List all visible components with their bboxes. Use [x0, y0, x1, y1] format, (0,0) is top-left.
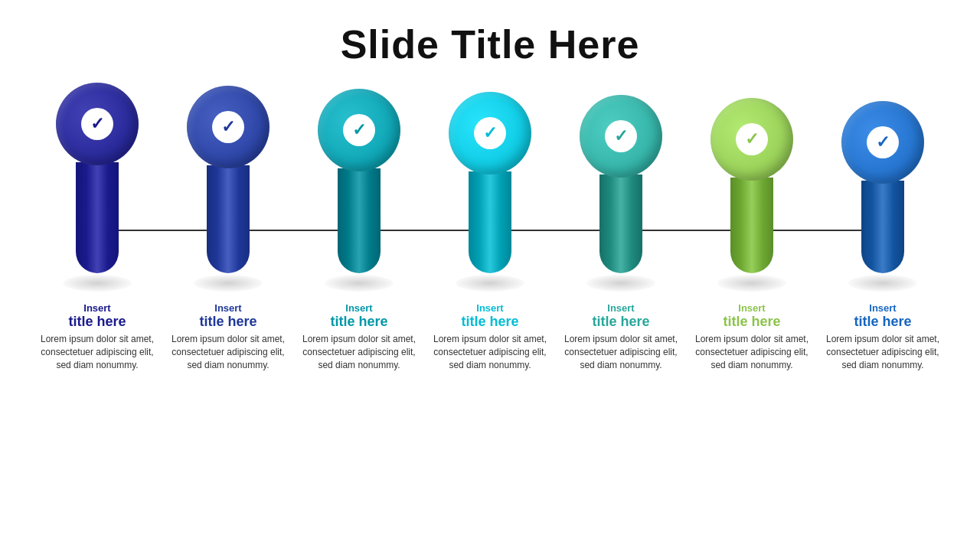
item-insert-4: Insert	[431, 302, 550, 314]
item-body-6: Lorem ipsum dolor sit amet, consectetuer…	[693, 333, 812, 371]
item-text-1: Inserttitle hereLorem ipsum dolor sit am…	[38, 302, 157, 371]
items-row: ✓Inserttitle hereLorem ipsum dolor sit a…	[0, 83, 980, 371]
item-text-3: Inserttitle hereLorem ipsum dolor sit am…	[300, 302, 419, 371]
item-text-6: Inserttitle hereLorem ipsum dolor sit am…	[693, 302, 812, 371]
pin-shadow-1	[63, 275, 132, 292]
item-body-5: Lorem ipsum dolor sit amet, consectetuer…	[562, 333, 681, 371]
item-col-5: ✓Inserttitle hereLorem ipsum dolor sit a…	[559, 95, 684, 371]
pin-circle-7: ✓	[841, 101, 924, 184]
pin-shadow-4	[456, 275, 524, 292]
item-insert-6: Insert	[693, 302, 812, 314]
pin-body-6	[730, 178, 773, 273]
item-body-4: Lorem ipsum dolor sit amet, consectetuer…	[431, 333, 550, 371]
item-text-5: Inserttitle hereLorem ipsum dolor sit am…	[562, 302, 681, 371]
item-body-3: Lorem ipsum dolor sit amet, consectetuer…	[300, 333, 419, 371]
pin-shadow-5	[586, 275, 655, 292]
pin-circle-3: ✓	[318, 89, 400, 171]
pin-circle-4: ✓	[449, 92, 531, 174]
item-text-7: Inserttitle hereLorem ipsum dolor sit am…	[824, 302, 942, 371]
check-circle-2: ✓	[212, 111, 244, 143]
pin-body-1	[76, 162, 119, 273]
check-circle-1: ✓	[81, 108, 113, 140]
item-col-7: ✓Inserttitle hereLorem ipsum dolor sit a…	[821, 101, 946, 371]
check-circle-5: ✓	[605, 120, 637, 152]
item-title-4: title here	[431, 314, 550, 330]
pin-wrapper-1: ✓	[56, 83, 139, 292]
item-body-1: Lorem ipsum dolor sit amet, consectetuer…	[38, 333, 157, 371]
item-insert-7: Insert	[824, 302, 942, 314]
item-col-6: ✓Inserttitle hereLorem ipsum dolor sit a…	[690, 98, 815, 371]
check-circle-3: ✓	[343, 114, 375, 146]
item-title-7: title here	[824, 314, 942, 330]
checkmark-icon-3: ✓	[352, 120, 366, 140]
pin-shadow-2	[194, 275, 263, 292]
item-title-6: title here	[693, 314, 812, 330]
checkmark-icon-2: ✓	[221, 117, 235, 137]
checkmark-icon-1: ✓	[90, 114, 104, 134]
item-insert-1: Insert	[38, 302, 157, 314]
pin-body-2	[207, 165, 250, 273]
slide-title: Slide Title Here	[341, 21, 640, 67]
checkmark-icon-6: ✓	[745, 129, 759, 149]
pin-wrapper-4: ✓	[449, 92, 531, 292]
pin-wrapper-7: ✓	[841, 101, 924, 292]
pin-wrapper-5: ✓	[580, 95, 662, 292]
item-title-3: title here	[300, 314, 419, 330]
pin-circle-6: ✓	[710, 98, 793, 181]
pin-wrapper-3: ✓	[318, 89, 400, 292]
pin-shadow-7	[848, 275, 917, 292]
pin-body-7	[861, 181, 904, 273]
pin-circle-2: ✓	[187, 86, 270, 168]
item-col-3: ✓Inserttitle hereLorem ipsum dolor sit a…	[297, 89, 422, 371]
item-col-2: ✓Inserttitle hereLorem ipsum dolor sit a…	[166, 86, 291, 371]
item-title-1: title here	[38, 314, 157, 330]
item-col-1: ✓Inserttitle hereLorem ipsum dolor sit a…	[35, 83, 160, 371]
item-body-7: Lorem ipsum dolor sit amet, consectetuer…	[824, 333, 942, 371]
check-circle-4: ✓	[474, 117, 506, 149]
pin-shadow-6	[717, 275, 786, 292]
pin-body-5	[599, 174, 642, 273]
pin-body-3	[338, 168, 381, 273]
pin-circle-1: ✓	[56, 83, 139, 165]
item-insert-2: Insert	[169, 302, 288, 314]
checkmark-icon-7: ✓	[876, 132, 890, 152]
item-col-4: ✓Inserttitle hereLorem ipsum dolor sit a…	[428, 92, 553, 371]
pin-body-4	[469, 171, 511, 273]
pin-circle-5: ✓	[580, 95, 662, 178]
item-text-4: Inserttitle hereLorem ipsum dolor sit am…	[431, 302, 550, 371]
item-title-2: title here	[169, 314, 288, 330]
checkmark-icon-5: ✓	[614, 126, 628, 146]
checkmark-icon-4: ✓	[483, 123, 497, 143]
check-circle-6: ✓	[736, 123, 768, 155]
pin-shadow-3	[325, 275, 394, 292]
item-insert-3: Insert	[300, 302, 419, 314]
item-title-5: title here	[562, 314, 681, 330]
pin-wrapper-6: ✓	[710, 98, 793, 292]
item-insert-5: Insert	[562, 302, 681, 314]
item-body-2: Lorem ipsum dolor sit amet, consectetuer…	[169, 333, 288, 371]
pin-wrapper-2: ✓	[187, 86, 270, 292]
slide: Slide Title Here ✓Inserttitle hereLorem …	[0, 0, 980, 551]
item-text-2: Inserttitle hereLorem ipsum dolor sit am…	[169, 302, 288, 371]
check-circle-7: ✓	[867, 126, 899, 158]
